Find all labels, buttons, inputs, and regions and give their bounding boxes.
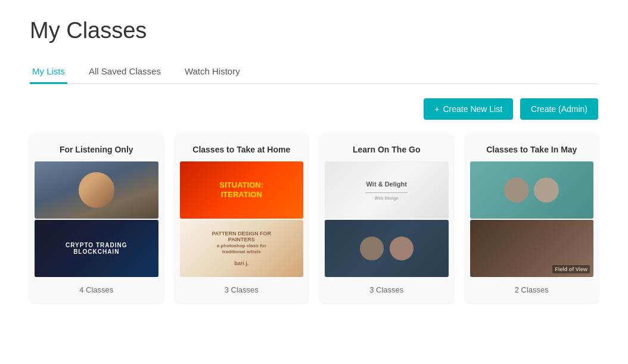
card-image-doctors: [470, 161, 594, 219]
plus-icon: +: [434, 104, 439, 114]
card-footer: 3 Classes: [320, 277, 453, 303]
card-image-man-hat: [35, 161, 158, 219]
card-footer: 2 Classes: [465, 277, 599, 303]
create-admin-button[interactable]: Create (Admin): [520, 98, 598, 120]
card-image-couple: [325, 220, 449, 277]
card-title: Learn On The Go: [320, 134, 453, 161]
card-image-horse: Field of View: [470, 220, 594, 277]
card-image-crypto: CRYPTO TRADINGBLOCKCHAIN: [35, 220, 158, 277]
card-footer: 3 Classes: [175, 277, 309, 303]
list-card-classes-at-home[interactable]: Classes to Take at Home SITUATION:ITERAT…: [175, 134, 309, 303]
card-title: Classes to Take at Home: [175, 134, 309, 161]
tabs-nav: My Lists All Saved Classes Watch History: [30, 60, 598, 84]
card-images: CRYPTO TRADINGBLOCKCHAIN: [30, 161, 163, 277]
page-title: My Classes: [30, 18, 598, 43]
crypto-text: CRYPTO TRADINGBLOCKCHAIN: [66, 242, 127, 255]
card-image-website: Wit & Delight —————————— Web Design: [325, 161, 449, 219]
pattern-text: PATTERN DESIGN FOR PAINTERSa photoshop c…: [210, 231, 272, 266]
card-image-pattern: PATTERN DESIGN FOR PAINTERSa photoshop c…: [180, 220, 304, 277]
card-images: SITUATION:ITERATION PATTERN DESIGN FOR P…: [175, 161, 309, 277]
tab-watch-history[interactable]: Watch History: [182, 60, 243, 84]
page-container: My Classes My Lists All Saved Classes Wa…: [0, 0, 628, 321]
create-new-list-button[interactable]: + Create New List: [424, 98, 513, 120]
list-card-classes-in-may[interactable]: Classes to Take In May Field of View 2 C…: [465, 134, 599, 303]
tab-all-saved-classes[interactable]: All Saved Classes: [86, 60, 163, 84]
list-card-learn-on-go[interactable]: Learn On The Go Wit & Delight ——————————…: [320, 134, 453, 303]
create-new-list-label: Create New List: [443, 104, 502, 114]
card-title: For Listening Only: [30, 134, 163, 161]
card-images: Wit & Delight —————————— Web Design: [320, 161, 453, 277]
website-text: Wit & Delight —————————— Web Design: [366, 181, 408, 200]
card-footer: 4 Classes: [30, 277, 163, 303]
situation-text: SITUATION:ITERATION: [220, 181, 263, 199]
list-card-for-listening-only[interactable]: For Listening Only CRYPTO TRADINGBLOCKCH…: [30, 134, 163, 303]
card-title: Classes to Take In May: [465, 134, 599, 161]
card-images: Field of View: [465, 161, 599, 277]
tab-my-lists[interactable]: My Lists: [30, 60, 67, 84]
card-image-situation: SITUATION:ITERATION: [180, 161, 304, 219]
toolbar: + Create New List Create (Admin): [30, 98, 598, 120]
cards-grid: For Listening Only CRYPTO TRADINGBLOCKCH…: [30, 134, 598, 303]
